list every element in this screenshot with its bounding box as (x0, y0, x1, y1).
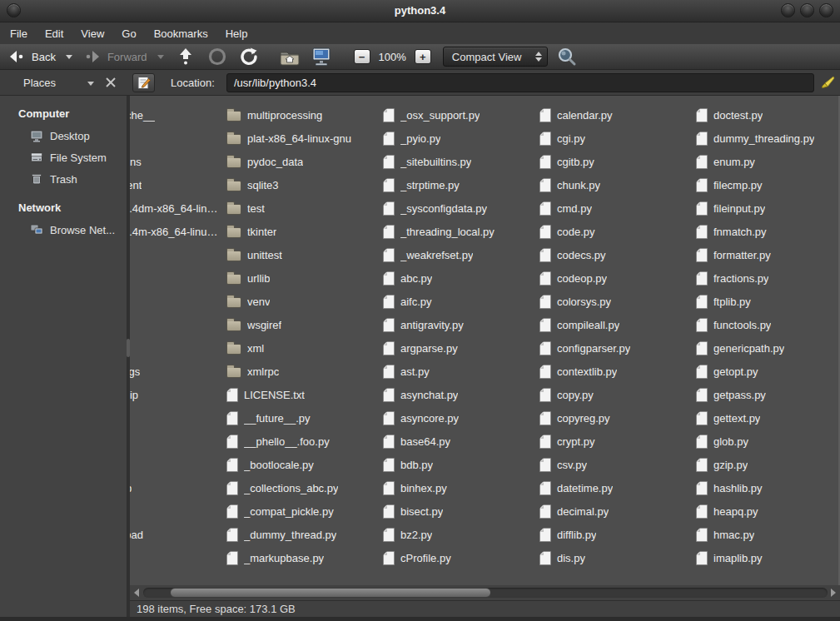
file-item[interactable]: crypt.py (539, 430, 696, 453)
file-item[interactable]: ctypes (130, 243, 226, 266)
scrollbar-thumb[interactable] (170, 588, 491, 598)
file-item[interactable]: cProfile.py (383, 546, 539, 569)
file-item[interactable]: asyncio (130, 127, 226, 150)
file-item[interactable]: fractions.py (696, 266, 840, 290)
file-item[interactable]: dummy_threading.py (696, 127, 840, 150)
file-item[interactable]: calendar.py (539, 103, 696, 127)
file-item[interactable]: datetime.py (539, 476, 696, 499)
file-item[interactable]: contextlib.py (539, 360, 696, 383)
file-item[interactable]: _sysconfigdata.py (383, 196, 539, 220)
zoom-in-button[interactable]: + (415, 49, 431, 64)
file-item[interactable]: code.py (539, 220, 696, 243)
file-item[interactable]: compileall.py (539, 313, 696, 336)
file-item[interactable]: config-3.4dm-x86_64-linux-gnu (130, 196, 226, 220)
file-item[interactable]: cgi.py (539, 127, 696, 150)
file-item[interactable]: codeop.py (539, 266, 696, 290)
file-item[interactable]: base64.py (383, 430, 539, 453)
file-item[interactable]: __pycache__ (130, 103, 226, 127)
file-item[interactable]: html (130, 406, 226, 430)
menu-go[interactable]: Go (120, 25, 137, 42)
file-item[interactable]: colorsys.py (539, 290, 696, 313)
file-item[interactable]: argparse.py (383, 336, 539, 360)
file-item[interactable]: plat-x86_64-linux-gnu (226, 127, 383, 150)
file-item[interactable]: binhex.py (383, 476, 539, 499)
file-item[interactable]: copyreg.py (539, 406, 696, 430)
file-item[interactable]: ensurepip (130, 383, 226, 406)
minimize-button[interactable] (781, 3, 795, 17)
file-item[interactable]: genericpath.py (696, 336, 840, 360)
file-item[interactable]: csv.py (539, 453, 696, 476)
sidebar-item-file-system[interactable]: File System (0, 147, 127, 168)
file-item[interactable]: __future__.py (226, 406, 383, 430)
close-button[interactable] (819, 3, 833, 17)
file-item[interactable]: _dummy_thread.py (226, 523, 383, 546)
file-item[interactable]: idlelib (130, 453, 226, 476)
file-item[interactable]: _pyio.py (383, 127, 539, 150)
file-item[interactable]: functools.py (696, 313, 840, 336)
file-item[interactable]: concurrent (130, 173, 226, 196)
file-item[interactable]: encodings (130, 360, 226, 383)
side-pane-mode-label[interactable]: Places (23, 77, 56, 89)
file-item[interactable]: bdb.py (383, 453, 539, 476)
file-item[interactable]: codecs.py (539, 243, 696, 266)
file-item[interactable]: _markupbase.py (226, 546, 383, 569)
file-item[interactable]: _strptime.py (383, 173, 539, 196)
file-item[interactable]: formatter.py (696, 243, 840, 266)
file-item[interactable]: filecmp.py (696, 173, 840, 196)
file-item[interactable]: LICENSE.txt (226, 383, 383, 406)
file-item[interactable]: asynchat.py (383, 383, 539, 406)
search-button[interactable] (556, 46, 578, 67)
file-item[interactable]: _collections_abc.py (226, 476, 383, 499)
file-item[interactable]: multiprocessing (226, 103, 383, 127)
stop-button[interactable] (207, 47, 227, 67)
file-item[interactable]: decimal.py (539, 499, 696, 523)
file-item[interactable]: importlib (130, 476, 226, 499)
file-item[interactable]: bisect.py (383, 499, 539, 523)
menu-bookmarks[interactable]: Bookmarks (152, 25, 210, 42)
file-item[interactable]: lib-dynload (130, 523, 226, 546)
file-item[interactable]: fnmatch.py (696, 220, 840, 243)
file-item[interactable]: dbm (130, 290, 226, 313)
file-item[interactable]: logging (130, 546, 226, 569)
file-item[interactable]: hashlib.py (696, 476, 840, 499)
file-item[interactable]: _sitebuiltins.py (383, 150, 539, 173)
sidebar-splitter[interactable] (127, 96, 130, 617)
file-item[interactable]: _threading_local.py (383, 220, 539, 243)
file-item[interactable]: urllib (226, 266, 383, 290)
file-item[interactable]: bz2.py (383, 523, 539, 546)
horizontal-scrollbar[interactable] (130, 585, 840, 600)
file-item[interactable]: venv (226, 290, 383, 313)
file-item[interactable]: _compat_pickle.py (226, 499, 383, 523)
file-item[interactable]: difflib.py (539, 523, 696, 546)
file-item[interactable]: pydoc_data (226, 150, 383, 173)
scroll-right-button[interactable] (829, 589, 838, 597)
file-item[interactable]: xmlrpc (226, 360, 383, 383)
file-item[interactable]: _weakrefset.py (383, 243, 539, 266)
home-button[interactable] (279, 47, 301, 66)
file-item[interactable]: imaplib.py (696, 546, 840, 569)
file-item[interactable]: http (130, 430, 226, 453)
file-item[interactable]: test (226, 196, 383, 220)
file-item[interactable]: aifc.py (383, 290, 539, 313)
file-item[interactable]: curses (130, 266, 226, 290)
file-item[interactable]: enum.py (696, 150, 840, 173)
file-item[interactable]: __phello__.foo.py (226, 430, 383, 453)
file-item[interactable]: gettext.py (696, 406, 840, 430)
sidebar-item-desktop[interactable]: Desktop (0, 125, 127, 147)
file-item[interactable]: asyncore.py (383, 406, 539, 430)
file-item[interactable]: sqlite3 (226, 173, 383, 196)
scroll-left-button[interactable] (132, 589, 141, 597)
file-item[interactable]: gzip.py (696, 453, 840, 476)
file-item[interactable]: cgitb.py (539, 150, 696, 173)
forward-button[interactable]: Forward (84, 50, 147, 63)
file-item[interactable]: ftplib.py (696, 290, 840, 313)
file-item[interactable]: copy.py (539, 383, 696, 406)
file-item[interactable]: glob.py (696, 430, 840, 453)
file-item[interactable]: email (130, 336, 226, 360)
clear-location-button[interactable] (818, 75, 835, 92)
file-item[interactable]: chunk.py (539, 173, 696, 196)
file-item[interactable]: antigravity.py (383, 313, 539, 336)
close-side-pane-button[interactable] (105, 77, 117, 88)
up-button[interactable] (177, 47, 194, 66)
file-item[interactable]: xml (226, 336, 383, 360)
